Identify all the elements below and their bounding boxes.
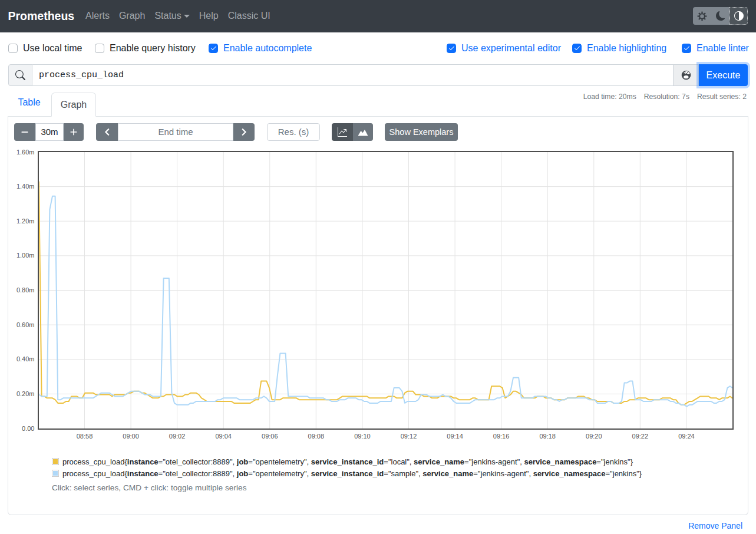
svg-text:09:12: 09:12 — [401, 433, 417, 440]
svg-text:09:22: 09:22 — [632, 433, 649, 440]
svg-text:09:20: 09:20 — [586, 433, 602, 440]
svg-text:09:14: 09:14 — [447, 433, 463, 440]
svg-text:09:02: 09:02 — [169, 433, 186, 440]
svg-text:09:16: 09:16 — [493, 433, 510, 440]
svg-text:09:10: 09:10 — [354, 433, 371, 440]
svg-text:09:06: 09:06 — [262, 433, 278, 440]
svg-text:0.00: 0.00 — [22, 425, 34, 432]
svg-text:09:18: 09:18 — [539, 433, 556, 440]
svg-text:1.60m: 1.60m — [16, 149, 35, 156]
svg-text:1.00m: 1.00m — [16, 252, 35, 259]
svg-text:09:04: 09:04 — [215, 433, 232, 440]
svg-text:1.20m: 1.20m — [16, 217, 35, 225]
svg-text:0.80m: 0.80m — [16, 286, 35, 294]
svg-text:0.20m: 0.20m — [16, 390, 35, 397]
svg-text:0.40m: 0.40m — [16, 355, 35, 362]
svg-text:09:00: 09:00 — [123, 433, 139, 440]
svg-text:1.40m: 1.40m — [16, 183, 35, 190]
svg-text:09:24: 09:24 — [678, 433, 695, 440]
svg-text:0.60m: 0.60m — [16, 321, 35, 328]
svg-text:08:58: 08:58 — [77, 433, 93, 440]
svg-text:09:08: 09:08 — [308, 433, 325, 440]
